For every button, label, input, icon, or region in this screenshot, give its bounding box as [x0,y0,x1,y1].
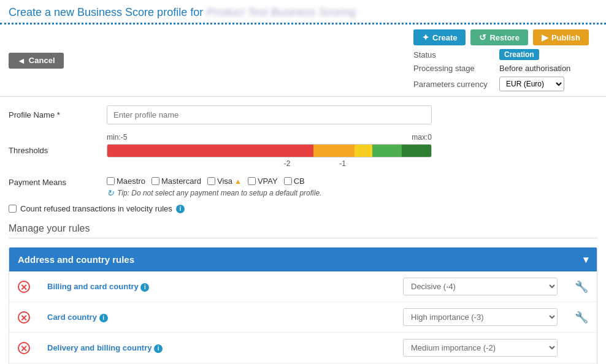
thresholds-label: Thresholds [9,146,107,155]
chevron-down-icon: ▾ [583,254,588,265]
rules-table: ✕ Billing and card country i Decisive (-… [9,271,597,364]
create-button[interactable]: ✦ Create [413,29,466,45]
cb-checkbox[interactable] [284,177,292,185]
status-badge: Creation [499,49,539,60]
rule-name-cell: Card country i [39,302,394,333]
rule-name: Billing and card country [47,282,139,291]
payment-option-vpay[interactable]: VPAY [248,176,278,186]
restore-icon: ↺ [479,32,486,42]
processing-value: Before authorisation [499,64,570,73]
rule-icon-cell: ✕ [9,302,39,333]
rule-name: Card country [47,313,97,322]
delivery-billing-country-select[interactable]: Decisive (-4) High importance (-3) Mediu… [403,339,558,357]
rule-tools-cell [566,333,597,363]
maestro-checkbox[interactable] [107,177,115,185]
threshold-label-1: -2 [284,159,291,168]
vpay-checkbox[interactable] [248,177,256,185]
rule-x-icon: ✕ [18,311,30,324]
mastercard-checkbox[interactable] [152,177,159,185]
threshold-header: min:-5 max:0 [107,133,432,142]
rule-tools-cell: 🔧 [566,302,597,333]
threshold-min: min:-5 [107,133,127,142]
cancel-button[interactable]: ◄ Cancel [9,53,64,69]
payment-option-visa[interactable]: Visa ▲ [207,176,242,186]
billing-country-select[interactable]: Decisive (-4) High importance (-3) Mediu… [403,278,558,295]
action-buttons: ✦ Create ↺ Restore ▶ Publish [413,29,597,45]
rule-select-cell: Decisive (-4) High importance (-3) Mediu… [394,271,566,302]
status-row: Status Creation [413,49,597,60]
threshold-label-2: -1 [339,159,346,168]
card-country-info-icon[interactable]: i [99,314,108,322]
table-row: ✕ Billing and card country i Decisive (-… [9,271,597,302]
card-country-select[interactable]: Decisive (-4) High importance (-3) Mediu… [403,308,558,326]
visa-warning-icon: ▲ [234,177,242,186]
billing-country-info-icon[interactable]: i [140,283,149,292]
count-refused-info-icon[interactable]: i [176,205,185,213]
count-refused-row: Count refused transactions in velocity r… [9,204,597,213]
bar-darkgreen [402,145,431,157]
page-title-prefix: Create a new Business Score profile for [9,6,203,18]
rule-name: Delivery and billing country [47,343,152,352]
bar-orange [313,145,355,157]
bar-red [107,145,313,157]
bar-yellow [355,145,372,157]
page-header: Create a new Business Score profile for … [0,0,606,25]
payment-tip-text: Tip: Do not select any payment mean to s… [117,189,321,197]
rule-select-cell: Decisive (-4) High importance (-3) Mediu… [394,302,566,333]
wrench-icon[interactable]: 🔧 [575,311,588,324]
rule-name-cell: Billing and card country i [39,271,394,302]
manage-rules-heading: Manage your rules [9,223,597,238]
profile-name-label: Profile Name * [9,110,107,119]
profile-name-row: Profile Name * [9,105,597,124]
rule-select-cell: Decisive (-4) High importance (-3) Mediu… [394,333,566,363]
rules-section-title: Address and country rules [18,254,134,265]
toolbar-left: ◄ Cancel [9,29,64,91]
threshold-bar[interactable] [107,144,432,157]
payment-means-row: Payment Means Maestro Mastercard Visa ▲ … [9,176,597,198]
payment-tip: ↻ Tip: Do not select any payment mean to… [107,188,321,198]
payment-means-content: Maestro Mastercard Visa ▲ VPAY CB ↻ Tip:… [107,176,321,198]
content-area: Profile Name * Thresholds min:-5 max:0 -… [0,97,606,364]
visa-checkbox[interactable] [207,177,215,185]
threshold-max: max:0 [412,133,432,142]
payment-means-label: Payment Means [9,176,107,187]
rule-icon-cell: ✕ [9,333,39,363]
profile-name-input[interactable] [107,105,432,124]
currency-key-label: Parameters currency [413,80,493,89]
page-title-entity: Product Test Business Scoring [206,6,356,19]
currency-select[interactable]: EUR (Euro) USD (Dollar) GBP (Pound) [499,77,564,91]
count-refused-checkbox[interactable] [9,205,17,213]
publish-button[interactable]: ▶ Publish [533,29,589,45]
rule-tools-cell: 🔧 [566,271,597,302]
tip-icon: ↻ [107,188,114,198]
rules-section: Address and country rules ▾ ✕ Billing an… [9,247,597,364]
payment-option-mastercard[interactable]: Mastercard [152,176,201,186]
count-refused-label: Count refused transactions in velocity r… [20,204,172,213]
toolbar-right: ✦ Create ↺ Restore ▶ Publish Status Crea… [413,29,597,91]
create-icon: ✦ [422,32,429,42]
publish-icon: ▶ [542,32,548,42]
table-row: ✕ Delivery and billing country i Decisiv… [9,333,597,363]
rule-icon-cell: ✕ [9,271,39,302]
restore-button[interactable]: ↺ Restore [470,29,527,45]
thresholds-row: Thresholds min:-5 max:0 -2 -1 [9,133,597,168]
processing-row: Processing stage Before authorisation [413,64,597,73]
threshold-container: min:-5 max:0 -2 -1 [107,133,432,168]
payment-option-cb[interactable]: CB [284,176,305,186]
cancel-icon: ◄ [17,56,26,66]
rules-section-header[interactable]: Address and country rules ▾ [9,248,597,271]
delivery-billing-country-info-icon[interactable]: i [154,344,163,353]
wrench-icon[interactable]: 🔧 [575,281,588,293]
payment-options: Maestro Mastercard Visa ▲ VPAY CB [107,176,321,186]
threshold-labels: -2 -1 [107,159,432,168]
processing-key-label: Processing stage [413,64,493,73]
rule-x-icon: ✕ [18,342,30,354]
payment-option-maestro[interactable]: Maestro [107,176,145,186]
table-row: ✕ Card country i Decisive (-4) High impo… [9,302,597,333]
rule-name-cell: Delivery and billing country i [39,333,394,363]
rule-x-icon: ✕ [18,281,30,293]
toolbar: ◄ Cancel ✦ Create ↺ Restore ▶ Publish St… [0,25,606,97]
currency-row: Parameters currency EUR (Euro) USD (Doll… [413,77,597,91]
bar-green [372,145,402,157]
status-key-label: Status [413,50,493,59]
